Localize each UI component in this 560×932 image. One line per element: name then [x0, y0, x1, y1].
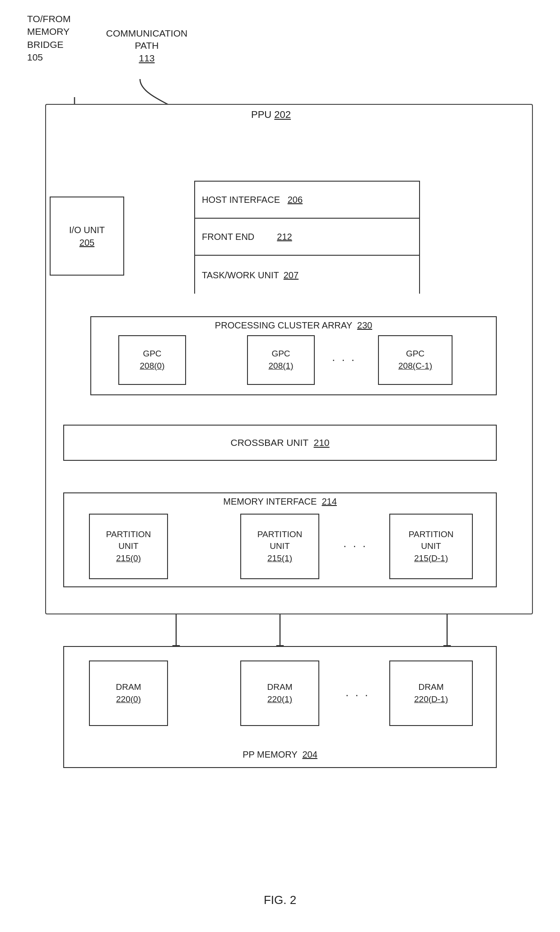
partition-unit-d1-box: PARTITION UNIT 215(D-1): [389, 514, 473, 579]
diagram-container: TO/FROM MEMORY BRIDGE 105 COMMUNICATION …: [0, 0, 560, 932]
io-unit-box: I/O UNIT 205: [50, 197, 124, 276]
partition-dots: · · ·: [337, 539, 373, 553]
fig-caption: FIG. 2: [0, 893, 560, 907]
gpc0-box: GPC 208(0): [118, 335, 186, 385]
processing-cluster-box: PROCESSING CLUSTER ARRAY 230 GPC 208(0) …: [90, 316, 497, 395]
dram-0-box: DRAM 220(0): [89, 660, 168, 726]
memory-interface-box: MEMORY INTERFACE 214 PARTITION UNIT 215(…: [63, 492, 497, 587]
dram-dots: · · ·: [340, 688, 376, 702]
memory-interface-label: MEMORY INTERFACE 214: [64, 496, 496, 507]
processing-cluster-label: PROCESSING CLUSTER ARRAY 230: [91, 319, 496, 331]
dram-1-box: DRAM 220(1): [240, 660, 319, 726]
dram-d1-box: DRAM 220(D-1): [389, 660, 473, 726]
task-work-unit-box: TASK/WORK UNIT 207: [195, 256, 419, 295]
communication-path-label: COMMUNICATION PATH 113: [99, 27, 194, 64]
pp-memory-label: PP MEMORY 204: [64, 749, 496, 760]
crossbar-unit-box: CROSSBAR UNIT 210: [63, 425, 497, 461]
host-interface-box: HOST INTERFACE 206: [195, 182, 419, 219]
partition-unit-0-box: PARTITION UNIT 215(0): [89, 514, 168, 579]
partition-unit-1-box: PARTITION UNIT 215(1): [240, 514, 319, 579]
ppu-label: PPU 202: [244, 108, 298, 122]
gpc-c1-box: GPC 208(C-1): [378, 335, 453, 385]
right-units-box: HOST INTERFACE 206 FRONT END 212 TASK/WO…: [194, 181, 420, 294]
gpc1-box: GPC 208(1): [247, 335, 315, 385]
front-end-box: FRONT END 212: [195, 219, 419, 256]
to-from-memory-label: TO/FROM MEMORY BRIDGE 105: [27, 13, 108, 64]
pp-memory-box: DRAM 220(0) DRAM 220(1) · · · DRAM 220(D…: [63, 646, 497, 768]
gpc-dots: · · ·: [326, 352, 362, 366]
